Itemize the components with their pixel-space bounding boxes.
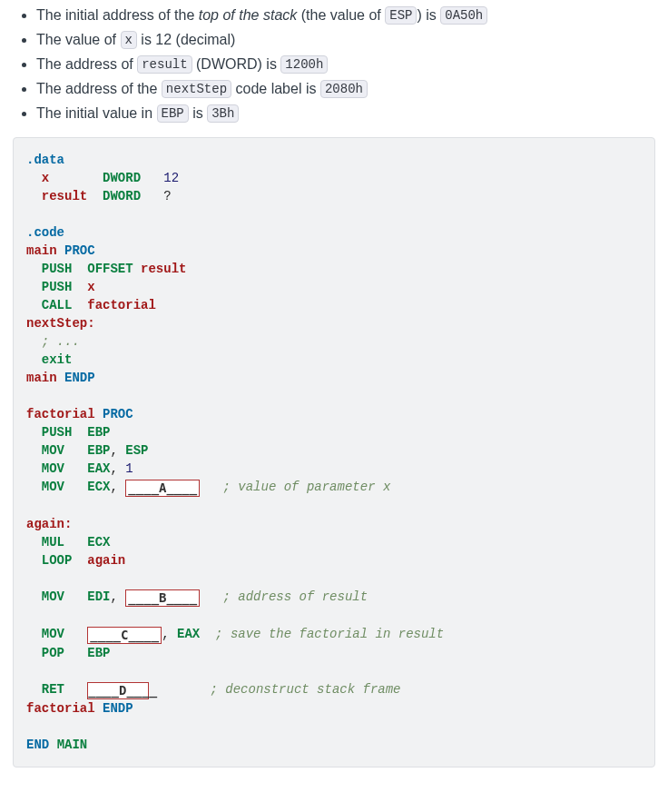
identifier-x: x: [87, 280, 94, 294]
register-edi: EDI: [87, 589, 110, 604]
mnemonic-loop: LOOP: [42, 553, 73, 568]
label-main: main: [26, 371, 57, 385]
placeholder: ?: [163, 189, 171, 203]
register-eax: EAX: [177, 627, 200, 641]
label-nextstep: nextStep:: [26, 316, 95, 331]
mnemonic-mov: MOV: [42, 480, 64, 494]
register-ebp: EBP: [87, 646, 110, 660]
code-token-value: 2080h: [320, 80, 368, 98]
mnemonic-push: PUSH: [42, 425, 73, 440]
code-token-value: 3Bh: [207, 104, 239, 123]
mnemonic-pop: POP: [42, 646, 64, 660]
identifier-factorial: factorial: [87, 298, 156, 312]
identifier-main: MAIN: [57, 738, 88, 752]
label-factorial: factorial: [26, 701, 95, 716]
label-main: main: [26, 243, 57, 258]
label-again: again:: [26, 517, 72, 531]
register-ecx: ECX: [87, 480, 110, 494]
keyword-endp: ENDP: [103, 701, 133, 716]
mnemonic-ret: RET: [42, 682, 64, 697]
comment: ; address of result: [223, 589, 368, 604]
comment: ; deconstruct stack frame: [210, 682, 400, 697]
keyword-code: .code: [26, 225, 64, 240]
comment: ; value of parameter x: [223, 480, 391, 494]
text: The initial value in: [36, 105, 157, 121]
number: 1: [125, 461, 133, 476]
code-token-ebp: EBP: [157, 104, 189, 123]
identifier-result: result: [42, 189, 87, 203]
code-block: .data x DWORD 12 result DWORD ? .code ma…: [13, 137, 655, 767]
register-ecx: ECX: [87, 535, 110, 550]
bullet-item: The initial address of the top of the st…: [36, 5, 655, 26]
keyword-endp: ENDP: [64, 371, 95, 385]
mnemonic-push: PUSH: [42, 262, 73, 276]
mnemonic-mov: MOV: [42, 627, 64, 641]
identifier-x: x: [42, 171, 49, 185]
bullet-item: The address of result (DWORD) is 1200h: [36, 54, 655, 75]
comment: ; ...: [42, 334, 80, 349]
mnemonic-mov: MOV: [42, 443, 64, 458]
number: 12: [163, 171, 179, 185]
text: The value of: [36, 32, 121, 47]
register-ebp: EBP: [87, 443, 110, 458]
label-factorial: factorial: [26, 407, 95, 421]
bullet-item: The address of the nextStep code label i…: [36, 78, 655, 100]
code-token-nextstep: nextStep: [162, 80, 231, 98]
mnemonic-exit: exit: [42, 352, 73, 367]
directive-dword: DWORD: [103, 189, 141, 203]
blank-d[interactable]: ____D____: [87, 682, 149, 699]
text: The address of: [36, 56, 137, 72]
code-token-value: 0A50h: [440, 6, 487, 25]
blank-c[interactable]: ____C____: [87, 627, 162, 644]
code-token-result: result: [137, 55, 192, 74]
text: is 12 (decimal): [137, 32, 235, 47]
text: code label is: [231, 81, 320, 96]
mnemonic-mul: MUL: [42, 535, 64, 550]
identifier-result: result: [141, 262, 186, 276]
blank-b[interactable]: ____B____: [125, 589, 200, 607]
mnemonic-call: CALL: [42, 298, 73, 312]
mnemonic-mov: MOV: [42, 589, 64, 604]
text: The initial address of the: [36, 7, 199, 23]
mnemonic-mov: MOV: [42, 461, 64, 476]
code-token-value: 1200h: [280, 55, 328, 74]
text: The address of the: [36, 81, 162, 96]
bullet-list: The initial address of the top of the st…: [13, 5, 655, 124]
keyword-proc: PROC: [103, 407, 133, 421]
code-token-esp: ESP: [385, 6, 417, 25]
register-eax: EAX: [87, 461, 110, 476]
keyword-offset: OFFSET: [87, 262, 133, 276]
keyword-data: .data: [26, 153, 64, 167]
keyword-proc: PROC: [64, 243, 95, 258]
identifier-again: again: [87, 553, 125, 568]
mnemonic-push: PUSH: [42, 280, 73, 294]
text: (the value of: [297, 7, 385, 23]
comment: ; save the factorial in result: [215, 627, 444, 641]
text: ) is: [417, 7, 440, 23]
directive-dword: DWORD: [103, 171, 141, 185]
keyword-end: END: [26, 738, 49, 752]
text: is: [189, 105, 207, 121]
code-token-x: x: [121, 31, 137, 49]
blank-a[interactable]: ____A____: [125, 480, 200, 497]
bullet-item: The initial value in EBP is 3Bh: [36, 103, 655, 124]
register-esp: ESP: [125, 443, 148, 458]
italic-text: top of the stack: [199, 7, 298, 23]
text: (DWORD) is: [192, 56, 281, 72]
register-ebp: EBP: [87, 425, 110, 440]
bullet-item: The value of x is 12 (decimal): [36, 29, 655, 51]
